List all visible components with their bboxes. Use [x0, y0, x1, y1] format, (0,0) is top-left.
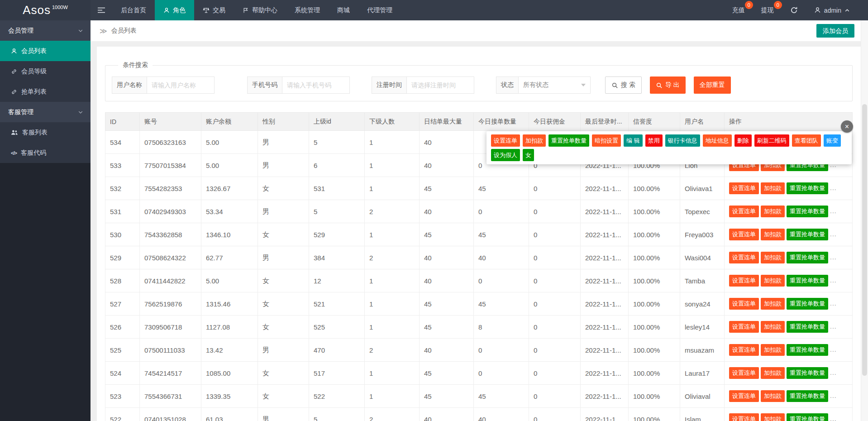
row-action-button[interactable]: 设置连单 [729, 182, 759, 194]
popup-action-button[interactable]: 编 辑 [624, 134, 643, 147]
menu-icon [97, 7, 105, 14]
table-cell: 100.00% [629, 246, 680, 269]
table-cell: 07411442822 [140, 269, 201, 292]
menu-toggle-button[interactable] [91, 0, 112, 20]
row-action-button[interactable]: 重置抢单数量 [787, 182, 828, 194]
popup-action-button[interactable]: 刷新二维码 [754, 134, 789, 147]
popup-action-button[interactable]: 地址信息 [703, 134, 732, 147]
table-cell: 384 [309, 246, 365, 269]
nav-item[interactable]: 角色 [155, 0, 194, 20]
table-cell: 45 [420, 385, 474, 408]
recharge-button[interactable]: 充值 0 [724, 0, 753, 20]
row-action-button[interactable]: 重置抢单数量 [787, 229, 828, 240]
scrollbar-thumb[interactable] [862, 104, 867, 376]
filter-input[interactable] [406, 77, 474, 94]
filter-field-label: 用户名称 [112, 77, 147, 94]
nav-item[interactable]: 帮助中心 [234, 0, 286, 20]
row-action-button[interactable]: 加扣款 [761, 390, 785, 402]
row-action-button[interactable]: 设置连单 [729, 229, 759, 240]
export-button[interactable]: 导 出 [650, 77, 686, 94]
row-action-button[interactable]: 加扣款 [761, 206, 785, 217]
row-action-button[interactable]: 重置抢单数量 [787, 344, 828, 356]
row-action-button[interactable]: 重置抢单数量 [787, 275, 828, 287]
nav-item[interactable]: 系统管理 [286, 0, 329, 20]
row-action-button[interactable]: 设置连单 [729, 413, 759, 421]
user-menu[interactable]: admin [806, 0, 858, 20]
chevron-down-icon [78, 28, 83, 33]
row-action-button[interactable]: 加扣款 [761, 252, 785, 263]
popup-action-button[interactable]: 设为假人 [491, 149, 520, 161]
nav-item[interactable]: 商城 [329, 0, 358, 20]
popup-action-button[interactable]: 查看团队 [792, 134, 821, 147]
row-action-button[interactable]: 重置抢单数量 [787, 252, 828, 263]
row-action-button[interactable]: 加扣款 [761, 321, 785, 333]
row-action-button[interactable]: 重置抢单数量 [787, 321, 828, 333]
table-cell: 100.00% [629, 177, 680, 200]
row-action-button[interactable]: 重置抢单数量 [787, 367, 828, 379]
sidebar-item-1[interactable]: </>客服代码 [0, 143, 91, 163]
breadcrumb-bar: ≫ 会员列表 添加会员 [91, 20, 868, 41]
more-actions: ... [830, 323, 837, 330]
row-action-button[interactable]: 加扣款 [761, 182, 785, 194]
row-action-button[interactable]: 设置连单 [729, 252, 759, 263]
row-action-button[interactable]: 加扣款 [761, 298, 785, 310]
popup-action-button[interactable]: 加扣款 [523, 134, 546, 147]
popup-action-button[interactable]: 禁用 [645, 134, 663, 147]
row-action-button[interactable]: 加扣款 [761, 367, 785, 379]
sidebar-group-title[interactable]: 客服管理 [0, 102, 91, 122]
popup-action-button[interactable]: 设置连单 [491, 134, 520, 147]
add-member-button[interactable]: 添加会员 [816, 24, 854, 38]
popup-action-button[interactable]: 重置抢单数量 [548, 134, 589, 147]
row-action-button[interactable]: 设置连单 [729, 321, 759, 333]
table-cell: 45 [474, 292, 529, 316]
table-cell: 07402949303 [140, 200, 201, 223]
filter-input[interactable] [147, 77, 215, 94]
user-icon [163, 7, 170, 14]
row-action-button[interactable]: 设置连单 [729, 367, 759, 379]
row-action-button[interactable]: 重置抢单数量 [787, 298, 828, 310]
row-action-button[interactable]: 设置连单 [729, 344, 759, 356]
table-cell: 1 [365, 316, 420, 339]
row-action-button[interactable]: 重置抢单数量 [787, 413, 828, 421]
row-actions-popup: × 设置连单加扣款重置抢单数量暗扣设置编 辑禁用银行卡信息地址信息删除刷新二维码… [486, 131, 852, 164]
popup-action-button[interactable]: 暗扣设置 [592, 134, 621, 147]
filter-row: 用户名称手机号码注册时间 状态 所有状态 搜 索 [112, 77, 846, 94]
breadcrumb-icon: ≫ [100, 27, 107, 35]
close-icon[interactable]: × [841, 120, 853, 133]
row-action-button[interactable]: 设置连单 [729, 275, 759, 287]
row-action-button[interactable]: 设置连单 [729, 390, 759, 402]
withdraw-button[interactable]: 提现 0 [753, 0, 782, 20]
sidebar-item-0[interactable]: 会员列表 [0, 41, 91, 61]
nav-item[interactable]: 交易 [194, 0, 234, 20]
row-action-button[interactable]: 加扣款 [761, 413, 785, 421]
table-cell: 女 [258, 223, 309, 246]
row-action-button[interactable]: 重置抢单数量 [787, 390, 828, 402]
table-cell: 2022-11-1... [581, 339, 629, 362]
table-cell: 7554282353 [140, 177, 201, 200]
status-select[interactable]: 所有状态 [518, 77, 591, 94]
filter-input[interactable] [282, 77, 350, 94]
row-action-button[interactable]: 加扣款 [761, 275, 785, 287]
sidebar-item-2[interactable]: 抢单列表 [0, 81, 91, 102]
nav-item[interactable]: 代理管理 [358, 0, 401, 20]
nav-item[interactable]: 后台首页 [112, 0, 155, 20]
column-header: 最后登录时... [581, 113, 629, 131]
more-actions: ... [830, 346, 837, 353]
row-action-button[interactable]: 加扣款 [761, 344, 785, 356]
row-action-button[interactable]: 重置抢单数量 [787, 206, 828, 217]
row-action-button[interactable]: 加扣款 [761, 229, 785, 240]
popup-action-button[interactable]: 女 [523, 149, 534, 161]
sidebar-group-title[interactable]: 会员管理 [0, 20, 91, 41]
refresh-button[interactable] [782, 0, 806, 20]
popup-action-button[interactable]: 账变 [824, 134, 841, 147]
popup-action-button[interactable]: 删除 [734, 134, 752, 147]
search-button[interactable]: 搜 索 [605, 77, 642, 94]
row-action-button[interactable]: 设置连单 [729, 298, 759, 310]
reset-all-button[interactable]: 全部重置 [694, 77, 731, 94]
sidebar-item-0[interactable]: 客服列表 [0, 122, 91, 143]
sidebar-item-1[interactable]: 会员等级 [0, 61, 91, 81]
more-actions: ... [830, 300, 837, 307]
row-action-button[interactable]: 设置连单 [729, 206, 759, 217]
table-cell: 2022-11-1... [581, 246, 629, 269]
popup-action-button[interactable]: 银行卡信息 [665, 134, 700, 147]
